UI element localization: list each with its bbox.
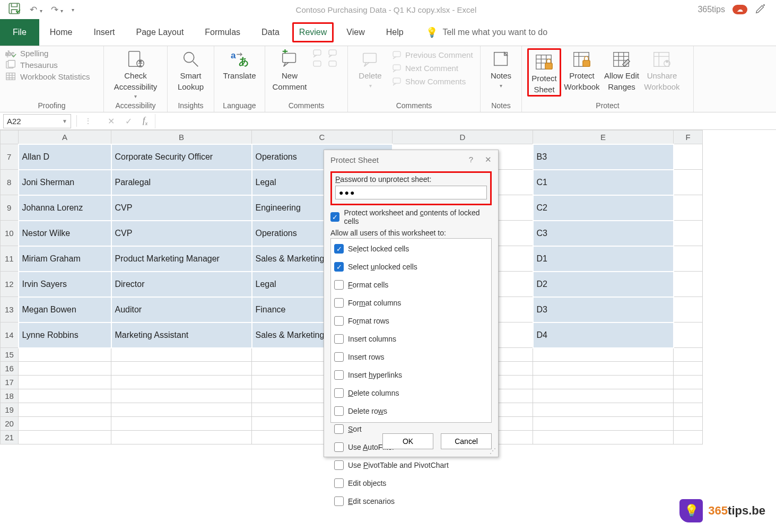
show-comments-button[interactable]: Show Comments: [391, 77, 473, 86]
cell[interactable]: Corporate Security Officer: [111, 144, 252, 170]
close-icon[interactable]: ✕: [485, 155, 492, 164]
cell[interactable]: [533, 376, 674, 389]
cell[interactable]: [111, 389, 252, 403]
cell[interactable]: C2: [533, 195, 674, 221]
cell[interactable]: [111, 403, 252, 417]
allow-edit-ranges-button[interactable]: Allow Edit Ranges: [603, 48, 641, 91]
cell[interactable]: [674, 348, 703, 362]
redo-icon[interactable]: ↷ ▾: [51, 4, 64, 15]
cell[interactable]: [533, 431, 674, 444]
new-comment-button[interactable]: New Comment: [271, 48, 309, 91]
cell[interactable]: [111, 348, 252, 362]
account-hint[interactable]: 365tips: [697, 5, 725, 14]
permission-checkbox[interactable]: Use PivotTable and PivotChart: [334, 460, 488, 470]
row-header[interactable]: 18: [1, 389, 19, 403]
tell-me-search[interactable]: 💡 Tell me what you want to do: [426, 27, 547, 38]
cell[interactable]: [111, 431, 252, 444]
protect-workbook-button[interactable]: Protect Workbook: [562, 48, 601, 91]
row-header[interactable]: 13: [1, 297, 19, 322]
cell[interactable]: [674, 297, 703, 322]
cell[interactable]: [19, 403, 111, 417]
cell[interactable]: Product Marketing Manager: [111, 246, 252, 272]
tab-view[interactable]: View: [336, 19, 375, 46]
cell[interactable]: [674, 246, 703, 272]
cell[interactable]: [19, 389, 111, 403]
name-box[interactable]: A22 ▼: [3, 114, 71, 128]
row-header[interactable]: 16: [1, 362, 19, 376]
comment-nav-icon[interactable]: [313, 49, 324, 59]
cell[interactable]: [674, 362, 703, 376]
row-header[interactable]: 17: [1, 376, 19, 389]
cancel-button[interactable]: Cancel: [441, 433, 492, 449]
help-icon[interactable]: ?: [469, 155, 473, 164]
cell[interactable]: D1: [533, 246, 674, 272]
cell[interactable]: B3: [533, 144, 674, 170]
resize-grip-icon[interactable]: ⋰: [490, 447, 496, 455]
fx-icon[interactable]: fx: [143, 116, 147, 126]
cell[interactable]: D4: [533, 322, 674, 348]
tab-page-layout[interactable]: Page Layout: [125, 19, 194, 46]
cell[interactable]: [111, 417, 252, 431]
tab-formulas[interactable]: Formulas: [194, 19, 251, 46]
password-input[interactable]: [335, 186, 487, 199]
workbook-stats-button[interactable]: Workbook Statistics: [5, 72, 90, 81]
next-comment-button[interactable]: Next Comment: [391, 64, 473, 73]
permission-checkbox[interactable]: Format rows: [334, 316, 488, 326]
cell[interactable]: [19, 348, 111, 362]
cell[interactable]: [111, 376, 252, 389]
cell[interactable]: C3: [533, 221, 674, 246]
row-header[interactable]: 10: [1, 221, 19, 246]
cell[interactable]: Miriam Graham: [19, 246, 111, 272]
tab-home[interactable]: Home: [39, 19, 83, 46]
row-header[interactable]: 9: [1, 195, 19, 221]
notes-button[interactable]: Notes ▾: [486, 48, 516, 89]
check-accessibility-button[interactable]: Check Accessibility ▾: [115, 48, 157, 100]
permission-checkbox[interactable]: Insert columns: [334, 334, 488, 344]
smart-lookup-button[interactable]: Smart Lookup: [173, 48, 208, 91]
row-header[interactable]: 20: [1, 417, 19, 431]
cell[interactable]: [674, 417, 703, 431]
translate-button[interactable]: aあ Translate: [220, 48, 259, 81]
column-header[interactable]: E: [533, 130, 674, 144]
autosave-icon[interactable]: [7, 2, 21, 18]
cell[interactable]: CVP: [111, 195, 252, 221]
comment-nav-icon-3[interactable]: [313, 60, 324, 71]
cloud-badge-icon[interactable]: ☁: [733, 5, 747, 14]
tab-help[interactable]: Help: [376, 19, 414, 46]
permission-checkbox[interactable]: Delete columns: [334, 388, 488, 398]
cell[interactable]: CVP: [111, 221, 252, 246]
comment-nav-icon-4[interactable]: [327, 60, 337, 71]
cell[interactable]: [533, 362, 674, 376]
cell[interactable]: D2: [533, 272, 674, 297]
cell[interactable]: [533, 403, 674, 417]
comment-nav-icon-2[interactable]: [327, 49, 337, 59]
cell[interactable]: [674, 431, 703, 444]
row-header[interactable]: 14: [1, 322, 19, 348]
cell[interactable]: D3: [533, 297, 674, 322]
formula-input[interactable]: [155, 114, 776, 128]
cell[interactable]: Allan D: [19, 144, 111, 170]
thesaurus-button[interactable]: Thesaurus: [5, 60, 90, 69]
row-header[interactable]: 7: [1, 144, 19, 170]
cell[interactable]: Lynne Robbins: [19, 322, 111, 348]
permissions-list[interactable]: ✓Select locked cells✓Select unlocked cel…: [330, 238, 492, 423]
row-header[interactable]: 11: [1, 246, 19, 272]
previous-comment-button[interactable]: Previous Comment: [391, 50, 473, 59]
undo-icon[interactable]: ↶ ▾: [30, 4, 42, 15]
cell[interactable]: [19, 362, 111, 376]
cell[interactable]: Megan Bowen: [19, 297, 111, 322]
protect-contents-checkbox[interactable]: ✓ Protect worksheet and contents of lock…: [330, 208, 492, 225]
column-header[interactable]: C: [252, 130, 393, 144]
column-header[interactable]: B: [111, 130, 252, 144]
permission-checkbox[interactable]: Insert hyperlinks: [334, 370, 488, 380]
cancel-formula-icon[interactable]: ✕: [108, 116, 115, 126]
spelling-button[interactable]: abc Spelling: [5, 48, 90, 58]
ok-button[interactable]: OK: [382, 433, 433, 449]
column-header[interactable]: A: [19, 130, 111, 144]
tab-data[interactable]: Data: [251, 19, 290, 46]
tab-insert[interactable]: Insert: [83, 19, 125, 46]
tab-review[interactable]: Review: [292, 22, 334, 42]
cell[interactable]: [674, 403, 703, 417]
pen-icon[interactable]: [755, 3, 766, 16]
permission-checkbox[interactable]: Format columns: [334, 298, 488, 308]
